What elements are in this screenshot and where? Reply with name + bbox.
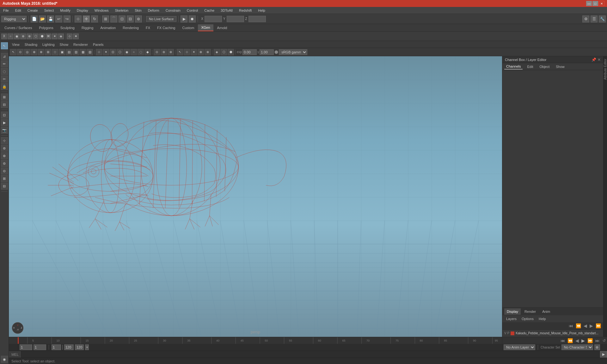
menu-control[interactable]: Control xyxy=(186,8,199,13)
frame-current-input[interactable] xyxy=(34,344,46,350)
vt-icon-15[interactable]: ⊡ xyxy=(110,49,116,55)
frame-picker-btn[interactable]: ▼ xyxy=(85,344,89,350)
menu-edit[interactable]: Edit xyxy=(14,8,22,13)
vt-icon-1[interactable]: ↖ xyxy=(10,49,16,55)
snap-icon[interactable]: ⊞ xyxy=(1,94,8,100)
frame-start-input[interactable] xyxy=(20,344,32,350)
menu-constrain[interactable]: Constrain xyxy=(164,8,182,13)
vt-icon-31[interactable]: ⬢ xyxy=(228,49,234,55)
lt-icon-h[interactable]: ◉ xyxy=(1,356,8,363)
shelf-icon-4[interactable]: ⊕ xyxy=(20,33,26,39)
paint-icon[interactable]: ✏ xyxy=(1,60,8,67)
vt-icon-23[interactable]: ⊛ xyxy=(168,49,174,55)
vt-icon-24[interactable]: ↖ xyxy=(177,49,183,55)
ipr-icon[interactable]: ⏺ xyxy=(189,15,196,22)
lt-icon-f[interactable]: ⊞ xyxy=(1,175,8,182)
tab-custom[interactable]: Custom xyxy=(179,24,198,31)
tab-polygons[interactable]: Polygons xyxy=(36,24,56,31)
menu-help[interactable]: Help xyxy=(257,8,267,13)
vt-icon-19[interactable]: ◌ xyxy=(138,49,144,55)
lt-icon-a[interactable]: ⊹ xyxy=(1,137,8,144)
snap-surface-icon[interactable]: ⊟ xyxy=(127,15,134,22)
tl-play-btn[interactable]: ▶ xyxy=(580,338,586,343)
tab-xgen[interactable]: XGen xyxy=(198,24,213,31)
redo-icon[interactable]: ↪ xyxy=(64,15,71,22)
shelf-icon-11[interactable]: ⊹ xyxy=(67,33,72,39)
tab-curves-surfaces[interactable]: Curves / Surfaces xyxy=(1,24,35,31)
rps-tab-options[interactable]: Options xyxy=(520,316,536,321)
tab-fxcaching[interactable]: FX Caching xyxy=(154,24,178,31)
rp-tab-object[interactable]: Object xyxy=(537,64,551,69)
vt-icon-2[interactable]: ⊙ xyxy=(17,49,23,55)
snap-grid-icon[interactable]: ⊞ xyxy=(102,15,109,22)
layer-name-text[interactable]: Kakadu_Pebble_mound_Mouse_Idle_Pose_mb_s… xyxy=(516,331,601,335)
vt-icon-26[interactable]: ✶ xyxy=(191,49,197,55)
color-icon[interactable] xyxy=(274,50,278,54)
menu-create[interactable]: Create xyxy=(26,8,39,13)
vt-icon-29[interactable]: ◈ xyxy=(214,49,220,55)
vt-icon-25[interactable]: ⊹ xyxy=(184,49,190,55)
tl-prev-prev-btn[interactable]: ⏪ xyxy=(567,338,574,343)
char-set-icon-btn[interactable]: ⚙ xyxy=(594,344,600,350)
tl-loop-btn[interactable]: ↺ xyxy=(603,338,606,343)
rp-pin-icon[interactable]: 📌 xyxy=(592,58,596,62)
vp-menu-renderer[interactable]: Renderer xyxy=(72,42,89,47)
tab-fx[interactable]: FX xyxy=(143,24,153,31)
shelf-icon-9[interactable]: ✦ xyxy=(52,33,58,39)
menu-file[interactable]: File xyxy=(2,8,10,13)
viewport-canvas[interactable]: .wire { stroke: #c0392b; stroke-width: 0… xyxy=(9,56,502,337)
vt-icon-14[interactable]: ✦ xyxy=(103,49,109,55)
rpb-tab-render[interactable]: Render xyxy=(522,308,538,315)
lock-icon[interactable]: 🔒 xyxy=(1,83,8,90)
range-end-input[interactable] xyxy=(64,344,74,350)
nav-next[interactable]: ▶ xyxy=(589,323,594,328)
vt-icon-11[interactable]: ▦ xyxy=(80,49,86,55)
vt-icon-20[interactable]: ◆ xyxy=(144,49,151,55)
shelf-icon-3[interactable]: ◉ xyxy=(14,33,20,39)
save-scene-icon[interactable]: 💾 xyxy=(47,15,54,22)
gamma-field[interactable] xyxy=(260,49,274,55)
lt-icon-c[interactable]: ⊛ xyxy=(1,152,8,159)
char-set-select[interactable]: No Character Set xyxy=(561,344,593,350)
settings-icon[interactable]: ⚙ xyxy=(582,15,589,22)
tab-sculpting[interactable]: Sculpting xyxy=(57,24,78,31)
render-small-icon[interactable]: ▶ xyxy=(1,119,8,126)
rotate-icon[interactable]: ↻ xyxy=(91,15,98,22)
vt-icon-10[interactable]: ▥ xyxy=(73,49,79,55)
x-coord-field[interactable] xyxy=(205,16,222,22)
menu-cache[interactable]: Cache xyxy=(203,8,216,13)
rpb-tab-display[interactable]: Display xyxy=(504,308,521,315)
new-scene-icon[interactable]: 📄 xyxy=(31,15,38,22)
vt-icon-8[interactable]: ▣ xyxy=(59,49,65,55)
render-icon[interactable]: ▶ xyxy=(181,15,187,22)
lasso-icon[interactable]: ⊿ xyxy=(1,53,8,60)
tab-rigging[interactable]: Rigging xyxy=(78,24,96,31)
color-space-select[interactable]: sRGB gamma xyxy=(279,49,307,55)
close-button[interactable]: ✕ xyxy=(599,1,604,6)
rps-tab-layers[interactable]: Layers xyxy=(504,316,518,321)
shelf-icon-1[interactable]: X xyxy=(1,33,7,39)
cmd-input-field[interactable] xyxy=(21,353,600,356)
shelf-icon-12[interactable]: ✷ xyxy=(73,33,79,39)
display-icon[interactable]: ⊡ xyxy=(1,112,8,118)
shelf-icon-6[interactable]: ⬡ xyxy=(33,33,39,39)
menu-select[interactable]: Select xyxy=(43,8,55,13)
tl-last-btn[interactable]: ⏭ xyxy=(594,338,601,343)
shelf-icon-5[interactable]: ⊗ xyxy=(27,33,32,39)
vt-icon-17[interactable]: ◉ xyxy=(124,49,130,55)
move-icon[interactable]: ✛ xyxy=(83,15,90,22)
vt-icon-21[interactable]: ⊙ xyxy=(154,49,160,55)
z-coord-field[interactable] xyxy=(248,16,266,22)
menu-redshift[interactable]: Redshift xyxy=(238,8,253,13)
vp-menu-view[interactable]: View xyxy=(11,42,21,47)
snap-point-icon[interactable]: ⊡ xyxy=(119,15,126,22)
vp-menu-panels[interactable]: Panels xyxy=(92,42,105,47)
vp-menu-lighting[interactable]: Lighting xyxy=(41,42,56,47)
minimize-button[interactable]: — xyxy=(586,1,592,6)
tab-animation[interactable]: Animation xyxy=(97,24,119,31)
sculpt-icon[interactable]: ◌ xyxy=(1,68,8,75)
vt-icon-3[interactable]: ◎ xyxy=(24,49,30,55)
lt-icon-g[interactable]: ⊟ xyxy=(1,183,8,190)
vt-icon-grid[interactable]: ⊞ xyxy=(45,49,51,55)
menu-windows[interactable]: Windows xyxy=(93,8,110,13)
